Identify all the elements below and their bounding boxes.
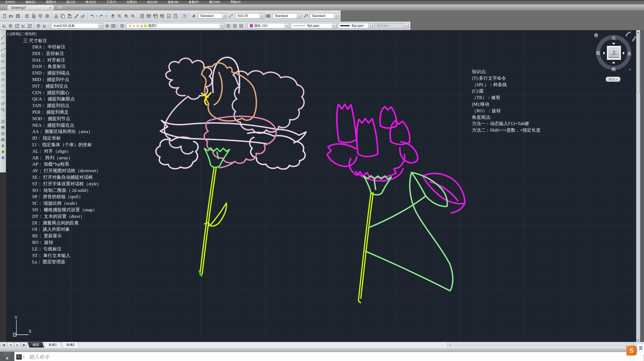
construction-line-button[interactable] (0, 40, 6, 46)
ucs-previous-button[interactable] (35, 22, 42, 29)
command-history-arrow[interactable]: ▼ (23, 356, 25, 358)
text-style-button[interactable] (190, 13, 197, 19)
plot-button[interactable] (24, 13, 30, 19)
linetype-combo[interactable]: ByLayer ▼ (291, 23, 336, 28)
rotate-left-arrow[interactable] (622, 51, 624, 55)
view-cube-north[interactable]: 北 (612, 36, 616, 41)
menu-file[interactable]: 文件(F) (0, 0, 20, 4)
document-tab[interactable]: Drawing1* × (7, 5, 54, 10)
layer-states-button[interactable] (238, 22, 244, 29)
tab-layout1[interactable]: 布局1 (43, 342, 62, 348)
table-button[interactable] (0, 137, 6, 143)
close-command-window-button[interactable]: X (6, 356, 8, 361)
web-button[interactable] (44, 13, 50, 19)
scroll-left-button[interactable]: ‹ (448, 343, 452, 347)
chevron-down-icon[interactable]: ▼ (285, 23, 289, 28)
menu-insert[interactable]: 插入(I) (61, 0, 80, 4)
layer-previous-button[interactable] (231, 22, 238, 29)
toolbar-grip[interactable] (2, 31, 4, 33)
vertical-scroll-thumb[interactable] (637, 34, 640, 93)
arc-button[interactable] (0, 64, 6, 70)
quickcalc-button[interactable] (172, 13, 179, 19)
block-editor-button[interactable] (80, 13, 86, 19)
dim-style-button[interactable] (228, 13, 234, 19)
menu-dimension[interactable]: 标注(N) (142, 0, 163, 4)
view-cube-menu-arrow[interactable]: ▼ (629, 68, 631, 71)
zoom-realtime-button[interactable] (116, 13, 123, 19)
open-button[interactable] (8, 13, 14, 19)
green-sphere-button[interactable] (0, 149, 6, 155)
zoom-previous-button[interactable] (130, 13, 136, 19)
ucs-view-button[interactable] (27, 22, 33, 29)
last-tab-button[interactable] (21, 342, 27, 347)
chevron-down-icon[interactable]: ▼ (297, 13, 301, 18)
layer-plot-icon[interactable] (136, 24, 140, 28)
gradient-button[interactable] (0, 125, 6, 131)
close-tab-icon[interactable]: × (49, 6, 52, 9)
viewport-frame-button[interactable] (110, 22, 117, 29)
viewport-view-control[interactable]: [俯视] (11, 32, 20, 36)
make-block-button[interactable] (0, 106, 6, 112)
region-button[interactable] (0, 131, 6, 137)
ucs-object-button[interactable] (20, 22, 27, 29)
redo-dropdown[interactable]: ▼ (105, 13, 107, 19)
menu-help[interactable]: 帮助(H) (225, 0, 246, 4)
home-icon[interactable] (593, 32, 599, 38)
paste-button[interactable] (66, 13, 73, 19)
ellipse-arc-button[interactable] (0, 94, 6, 100)
view-cube-south[interactable]: 南 (612, 67, 616, 72)
draw-line-button[interactable] (0, 34, 6, 40)
command-input[interactable]: >_ ▼ 键入命令 (14, 352, 644, 361)
menu-parametric[interactable]: 参数(P) (184, 0, 204, 4)
properties-button[interactable] (139, 13, 145, 19)
view-cube-top-face[interactable]: 上 (607, 46, 621, 60)
table-style-combo[interactable]: Standard ▼ (272, 13, 301, 19)
designcenter-button[interactable] (145, 13, 152, 19)
chevron-down-icon[interactable]: ▼ (222, 13, 227, 18)
point-button[interactable] (0, 112, 6, 119)
dim-style-combo[interactable]: ISO-25 ▼ (235, 13, 264, 19)
horizontal-scrollbar[interactable]: ‹ (447, 342, 636, 347)
first-tab-button[interactable] (1, 342, 7, 347)
chevron-down-icon[interactable]: ▼ (260, 13, 264, 18)
markup-button[interactable] (166, 13, 172, 19)
menu-tools[interactable]: 工具(T) (101, 0, 121, 4)
circle-button[interactable] (0, 70, 6, 76)
menu-view[interactable]: 视图(V) (41, 0, 61, 4)
rotate-right-arrow[interactable] (604, 51, 605, 55)
layer-combo[interactable]: 图层2 ▼ (126, 23, 224, 28)
mleader-style-combo[interactable]: Standard ▼ (310, 13, 339, 19)
help-button[interactable] (181, 13, 188, 19)
viewport-minimize-control[interactable]: [-] (7, 32, 11, 36)
command-window-grip[interactable] (4, 352, 11, 355)
text-style-combo[interactable]: Standard ▼ (198, 13, 227, 19)
menu-format[interactable]: 格式(O) (80, 0, 101, 4)
sheet-set-button[interactable] (159, 13, 165, 19)
ucs-world-button[interactable] (7, 22, 14, 29)
polyline-button[interactable] (0, 46, 6, 52)
ime-status-panel[interactable]: 英 ’， (637, 344, 644, 355)
copy-button[interactable] (60, 13, 66, 19)
chevron-down-icon[interactable]: ▼ (332, 23, 336, 28)
multiline-text-button[interactable] (0, 143, 6, 149)
undo-dropdown[interactable]: ▼ (95, 13, 98, 19)
vertical-scrollbar[interactable] (636, 30, 640, 342)
layer-lock-icon[interactable] (140, 24, 143, 28)
undo-button[interactable] (89, 13, 95, 19)
pan-button[interactable] (109, 13, 116, 19)
menu-window[interactable]: 窗口(W) (204, 0, 225, 4)
polygon-button[interactable] (0, 52, 6, 58)
command-window-splitter[interactable] (0, 348, 644, 352)
chevron-down-icon[interactable]: ▼ (368, 23, 373, 28)
ucs-origin-button[interactable] (42, 22, 48, 29)
menu-edit[interactable]: 编辑(E) (20, 0, 41, 4)
layer-properties-button[interactable] (119, 22, 125, 29)
publish-button[interactable] (37, 13, 43, 19)
rotate-up-arrow[interactable] (612, 62, 615, 63)
previous-tab-button[interactable] (7, 342, 14, 347)
revision-cloud-button[interactable] (0, 76, 6, 82)
wcs-dropdown[interactable]: WCS ▼ (606, 77, 620, 82)
hatch-button[interactable] (0, 119, 6, 125)
spline-button[interactable] (0, 82, 6, 88)
layer-freeze-sun-icon[interactable] (132, 24, 136, 28)
